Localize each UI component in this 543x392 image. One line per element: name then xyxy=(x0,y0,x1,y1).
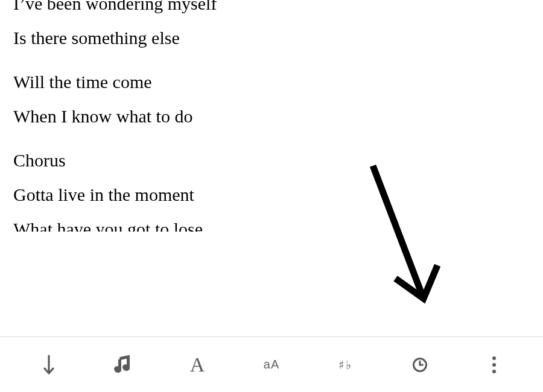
lyrics-block-3: Chorus Gotta live in the moment What hav… xyxy=(13,148,530,232)
font-button[interactable]: A xyxy=(160,337,235,392)
lyrics-line: Gotta live in the moment xyxy=(13,183,530,206)
text-case-icon: aA xyxy=(264,358,279,371)
lyrics-line: Is there something else xyxy=(13,26,530,49)
more-button[interactable] xyxy=(457,337,531,392)
lyrics-area[interactable]: I’ve been wondering myself Is there some… xyxy=(0,0,543,335)
text-case-button[interactable]: aA xyxy=(235,337,309,392)
music-note-icon xyxy=(114,355,132,375)
lyrics-line: Will the time come xyxy=(13,70,530,93)
lyrics-block-2: Will the time come When I know what to d… xyxy=(13,70,530,128)
svg-rect-5 xyxy=(128,355,130,368)
font-a-icon: A xyxy=(190,355,205,375)
arrow-down-icon xyxy=(43,355,54,375)
lyrics-line: I’ve been wondering myself xyxy=(13,0,530,15)
more-vertical-icon xyxy=(492,356,496,373)
lyrics-block-1: I’ve been wondering myself Is there some… xyxy=(13,0,530,49)
music-button[interactable] xyxy=(86,337,160,392)
lyrics-line: Chorus xyxy=(13,148,530,172)
scroll-down-button[interactable] xyxy=(12,337,86,392)
sharp-flat-icon: ♯♭ xyxy=(338,358,352,372)
transpose-button[interactable]: ♯♭ xyxy=(308,337,383,392)
lyrics-line-clipped: What have you got to lose xyxy=(13,217,530,232)
bottom-toolbar: A aA ♯♭ xyxy=(0,337,543,392)
lyrics-line: When I know what to do xyxy=(13,104,530,128)
clock-icon xyxy=(411,356,428,373)
svg-rect-4 xyxy=(119,357,121,370)
metronome-button[interactable] xyxy=(383,337,457,392)
